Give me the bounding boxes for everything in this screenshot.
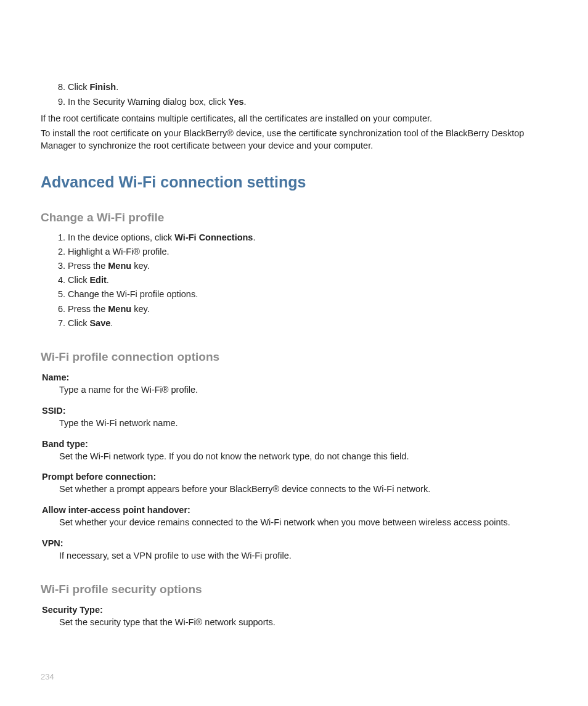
- text: Press the: [68, 304, 108, 314]
- text: .: [116, 82, 118, 92]
- list-item: Highlight a Wi-Fi® profile.: [68, 245, 547, 259]
- continued-steps-list: Click Finish. In the Security Warning di…: [41, 80, 547, 110]
- text: .: [244, 97, 247, 107]
- definition-desc: Set the Wi-Fi network type. If you do no…: [59, 450, 547, 464]
- paragraph: If the root certificate contains multipl…: [41, 112, 547, 125]
- document-page: Click Finish. In the Security Warning di…: [0, 0, 588, 706]
- definition-term: Prompt before connection:: [42, 472, 547, 482]
- text: Click: [68, 318, 89, 328]
- text: key.: [131, 261, 150, 271]
- text: .: [110, 318, 113, 328]
- list-item: Click Finish.: [68, 80, 547, 95]
- paragraph: To install the root certificate on your …: [41, 127, 547, 152]
- bold-text: Wi-Fi Connections: [174, 232, 253, 242]
- bold-text: Save: [89, 318, 110, 328]
- heading-change-profile: Change a Wi-Fi profile: [41, 211, 547, 224]
- list-item: In the device options, click Wi-Fi Conne…: [68, 231, 547, 245]
- text: Press the: [68, 261, 108, 271]
- heading-connection-options: Wi-Fi profile connection options: [41, 350, 547, 364]
- definition-desc: Set whether a prompt appears before your…: [59, 483, 547, 496]
- definition-desc: Type the Wi-Fi network name.: [59, 417, 547, 430]
- definition-term: Name:: [42, 372, 547, 382]
- bold-text: Menu: [108, 304, 131, 314]
- text: Click: [68, 82, 89, 92]
- connection-options-list: Name: Type a name for the Wi-Fi® profile…: [41, 372, 547, 563]
- list-item: Click Edit.: [68, 273, 547, 287]
- definition-term: Allow inter-access point handover:: [42, 505, 547, 515]
- definition-term: VPN:: [42, 538, 547, 548]
- definition-desc: If necessary, set a VPN profile to use w…: [59, 549, 547, 563]
- list-item: Press the Menu key.: [68, 259, 547, 273]
- definition-desc: Set the security type that the Wi-Fi® ne…: [59, 616, 547, 630]
- heading-security-options: Wi-Fi profile security options: [41, 583, 547, 596]
- change-profile-steps: In the device options, click Wi-Fi Conne…: [41, 231, 547, 330]
- definition-term: Band type:: [42, 439, 547, 449]
- definition-term: Security Type:: [42, 605, 547, 615]
- bold-text: Yes: [229, 97, 244, 107]
- list-item: Change the Wi-Fi profile options.: [68, 287, 547, 302]
- list-item: In the Security Warning dialog box, clic…: [68, 95, 547, 110]
- text: In the device options, click: [68, 232, 174, 242]
- page-number: 234: [41, 672, 54, 681]
- definition-term: SSID:: [42, 406, 547, 416]
- definition-desc: Set whether your device remains connecte…: [59, 516, 547, 530]
- text: Click: [68, 275, 89, 285]
- text: In the Security Warning dialog box, clic…: [68, 97, 229, 107]
- bold-text: Finish: [89, 82, 116, 92]
- bold-text: Edit: [89, 275, 106, 285]
- definition-desc: Type a name for the Wi-Fi® profile.: [59, 384, 547, 397]
- heading-advanced-wifi: Advanced Wi-Fi connection settings: [41, 173, 547, 191]
- text: key.: [131, 304, 150, 314]
- list-item: Press the Menu key.: [68, 302, 547, 316]
- bold-text: Menu: [108, 261, 131, 271]
- security-options-list: Security Type: Set the security type tha…: [41, 605, 547, 630]
- list-item: Click Save.: [68, 316, 547, 330]
- text: .: [253, 232, 255, 242]
- text: .: [107, 275, 109, 285]
